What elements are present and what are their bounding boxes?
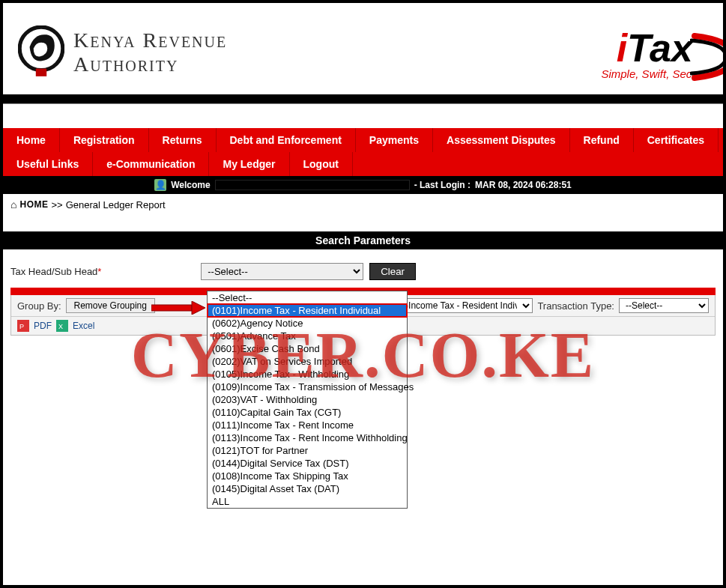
search-parameters-header: Search Parameters <box>3 231 723 249</box>
svg-text:P: P <box>19 323 24 330</box>
kra-line1: Kenya Revenue <box>73 28 227 52</box>
dropdown-option[interactable]: (0144)Digital Service Tax (DST) <box>208 457 407 470</box>
itax-main-word: Tax <box>627 26 693 70</box>
dropdown-option[interactable]: (0203)VAT - Withholding <box>208 393 407 406</box>
dropdown-option[interactable]: ALL <box>208 495 407 508</box>
header-divider <box>3 94 723 103</box>
tax-head-label-text: Tax Head/Sub Head <box>10 266 97 277</box>
header: Kenya Revenue Authority iTax Simple, Swi… <box>3 3 723 94</box>
svg-rect-1 <box>36 69 46 76</box>
itax-word: iTax <box>601 25 708 70</box>
spacer <box>3 104 723 128</box>
dropdown-option[interactable]: (0121)TOT for Partner <box>208 444 407 457</box>
last-login-value: MAR 08, 2024 06:28:51 <box>475 180 572 190</box>
kra-logo: Kenya Revenue Authority <box>18 25 227 79</box>
nav-registration[interactable]: Registration <box>60 128 149 152</box>
excel-icon: X <box>56 320 68 332</box>
nav-certificates[interactable]: Certificates <box>634 128 719 152</box>
svg-text:X: X <box>58 323 63 330</box>
welcome-bar: 👤 Welcome - Last Login : MAR 08, 2024 06… <box>3 176 723 194</box>
nav-debt-enforcement[interactable]: Debt and Enforcement <box>217 128 356 152</box>
swoosh-icon <box>690 30 726 93</box>
tax-head-row: Tax Head/Sub Head* --Select-- Clear <box>3 249 723 286</box>
kra-line2: Authority <box>73 52 227 76</box>
main-nav: Home Registration Returns Debt and Enfor… <box>3 128 723 176</box>
nav-useful-links[interactable]: Useful Links <box>3 152 93 176</box>
dropdown-option[interactable]: (0105)Income Tax - Withholding <box>208 368 407 381</box>
remove-grouping-button[interactable]: Remove Grouping <box>66 298 155 313</box>
kra-name: Kenya Revenue Authority <box>73 28 227 76</box>
nav-my-ledger[interactable]: My Ledger <box>209 152 289 176</box>
home-icon[interactable]: ⌂ <box>10 198 16 210</box>
pdf-icon: P <box>17 320 29 332</box>
export-excel-link[interactable]: Excel <box>73 321 94 331</box>
nav-home[interactable]: Home <box>3 128 60 152</box>
breadcrumb-page: General Ledger Report <box>66 199 166 210</box>
tax-head-label: Tax Head/Sub Head* <box>10 266 195 277</box>
dropdown-option[interactable]: (0108)Income Tax Shipping Tax <box>208 470 407 482</box>
dropdown-option[interactable]: (0602)Agency Notice <box>208 317 407 330</box>
itax-prefix: i <box>617 26 627 70</box>
clear-button[interactable]: Clear <box>369 263 416 280</box>
dropdown-option[interactable]: (0501)Advance Tax <box>208 330 407 342</box>
dropdown-option[interactable]: (0110)Capital Gain Tax (CGT) <box>208 406 407 419</box>
transaction-type-label: Transaction Type: <box>537 300 614 312</box>
dropdown-option-highlighted[interactable]: (0101)Income Tax - Resident Individual <box>208 304 407 317</box>
breadcrumb-sep: >> <box>51 199 62 210</box>
itax-logo: iTax Simple, Swift, Secure <box>601 25 708 80</box>
breadcrumb-home[interactable]: HOME <box>19 199 48 210</box>
welcome-label: Welcome <box>171 180 210 190</box>
export-pdf-link[interactable]: PDF <box>34 321 52 331</box>
tax-head-select[interactable]: --Select-- <box>201 263 363 280</box>
username-redacted <box>215 180 410 190</box>
dropdown-option[interactable]: (0111)Income Tax - Rent Income <box>208 419 407 431</box>
dropdown-option[interactable]: (0145)Digital Asset Tax (DAT) <box>208 482 407 495</box>
dropdown-option[interactable]: --Select-- <box>208 291 407 304</box>
dropdown-option[interactable]: (0113)Income Tax - Rent Income Withholdi… <box>208 431 407 444</box>
dropdown-option[interactable]: (0202)VAT on Services Imported <box>208 355 407 368</box>
nav-logout[interactable]: Logout <box>290 152 353 176</box>
last-login-label: - Last Login : <box>414 180 471 190</box>
nav-returns[interactable]: Returns <box>149 128 217 152</box>
nav-payments[interactable]: Payments <box>356 128 433 152</box>
group-by-label: Group By: <box>17 300 61 312</box>
nav-assessment-disputes[interactable]: Assessment Disputes <box>433 128 570 152</box>
nav-refund[interactable]: Refund <box>570 128 634 152</box>
breadcrumb: ⌂ HOME >> General Ledger Report <box>3 194 723 215</box>
dropdown-option[interactable]: (0109)Income Tax - Transmission of Messa… <box>208 381 407 393</box>
user-icon: 👤 <box>154 179 166 191</box>
required-asterisk: * <box>97 266 101 277</box>
transaction-type-select[interactable]: --Select-- <box>619 298 709 313</box>
nav-ecommunication[interactable]: e-Communication <box>93 152 209 176</box>
dropdown-option[interactable]: (0601)Excise Cash Bond <box>208 342 407 355</box>
tax-head-dropdown-list[interactable]: --Select-- (0101)Income Tax - Resident I… <box>207 291 408 509</box>
kra-lion-icon <box>18 25 64 79</box>
